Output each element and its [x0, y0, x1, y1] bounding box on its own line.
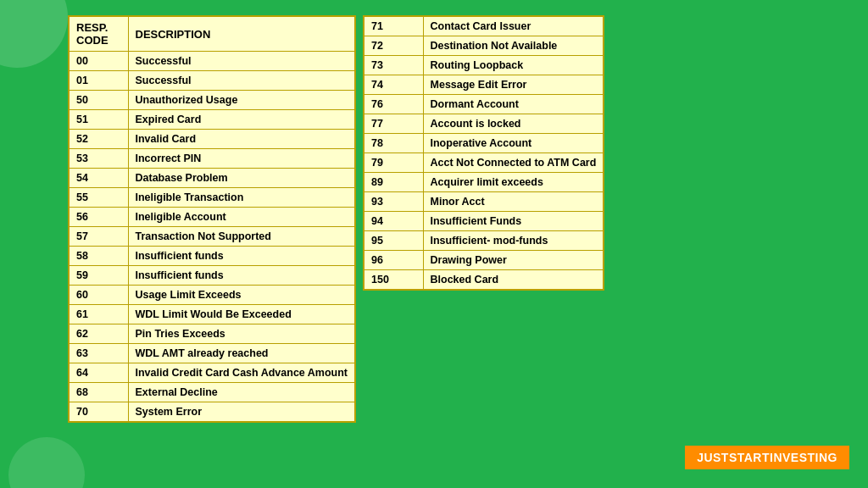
left-header-desc: DESCRIPTION [128, 16, 355, 52]
table-cell: Insufficient Funds [423, 212, 604, 231]
table-cell: Routing Loopback [423, 56, 604, 75]
table-cell: Acct Not Connected to ATM Card [423, 153, 604, 173]
table-cell: Unauthorized Usage [128, 91, 355, 110]
table-cell: 51 [69, 110, 128, 130]
table-row: 53Incorrect PIN [69, 149, 355, 169]
table-row: 96Drawing Power [364, 251, 604, 270]
table-cell: 77 [364, 114, 423, 134]
table-cell: 78 [364, 134, 423, 153]
table-cell: Expired Card [128, 110, 355, 130]
table-cell: 63 [69, 344, 128, 363]
table-cell: 01 [69, 71, 128, 91]
table-cell: 76 [364, 95, 423, 114]
table-cell: Acquirer limit exceeds [423, 173, 604, 192]
table-cell: Insufficient- mod-funds [423, 231, 604, 251]
table-cell: 56 [69, 208, 128, 227]
table-cell: 150 [364, 270, 423, 291]
table-cell: 54 [69, 169, 128, 188]
table-row: 00Successful [69, 52, 355, 71]
table-cell: 93 [364, 192, 423, 212]
table-row: 58Insufficient funds [69, 247, 355, 266]
table-row: 77Account is locked [364, 114, 604, 134]
table-cell: Successful [128, 71, 355, 91]
table-cell: Destination Not Available [423, 36, 604, 56]
table-row: 94Insufficient Funds [364, 212, 604, 231]
table-cell: 00 [69, 52, 128, 71]
table-cell: 59 [69, 266, 128, 286]
table-row: 93Minor Acct [364, 192, 604, 212]
table-row: 61WDL Limit Would Be Exceeded [69, 305, 355, 324]
table-cell: 79 [364, 153, 423, 173]
table-cell: 89 [364, 173, 423, 192]
table-row: 95Insufficient- mod-funds [364, 231, 604, 251]
table-row: 63WDL AMT already reached [69, 344, 355, 363]
table-cell: Account is locked [423, 114, 604, 134]
table-cell: Contact Card Issuer [423, 16, 604, 36]
table-cell: WDL Limit Would Be Exceeded [128, 305, 355, 324]
table-cell: 94 [364, 212, 423, 231]
table-cell: Insufficient funds [128, 247, 355, 266]
table-cell: 96 [364, 251, 423, 270]
table-row: 73Routing Loopback [364, 56, 604, 75]
table-cell: Invalid Card [128, 130, 355, 149]
table-cell: 53 [69, 149, 128, 169]
table-cell: 74 [364, 75, 423, 95]
table-row: 01Successful [69, 71, 355, 91]
table-cell: Successful [128, 52, 355, 71]
table-cell: 57 [69, 227, 128, 247]
table-cell: Transaction Not Supported [128, 227, 355, 247]
table-row: 64Invalid Credit Card Cash Advance Amoun… [69, 363, 355, 383]
table-row: 71Contact Card Issuer [364, 16, 604, 36]
table-row: 57Transaction Not Supported [69, 227, 355, 247]
main-container: RESP. CODE DESCRIPTION 00Successful01Suc… [68, 15, 851, 471]
table-cell: 64 [69, 363, 128, 383]
table-row: 56Ineligible Account [69, 208, 355, 227]
table-row: 55Ineligible Transaction [69, 188, 355, 208]
table-cell: 95 [364, 231, 423, 251]
table-cell: Ineligible Transaction [128, 188, 355, 208]
table-row: 74Message Edit Error [364, 75, 604, 95]
table-row: 51Expired Card [69, 110, 355, 130]
table-row: 70System Error [69, 402, 355, 423]
table-row: 59Insufficient funds [69, 266, 355, 286]
table-cell: 72 [364, 36, 423, 56]
table-cell: Ineligible Account [128, 208, 355, 227]
table-cell: 60 [69, 286, 128, 305]
table-row: 62Pin Tries Exceeds [69, 324, 355, 344]
right-table: 71Contact Card Issuer72Destination Not A… [363, 15, 604, 291]
table-cell: Usage Limit Exceeds [128, 286, 355, 305]
table-cell: Dormant Account [423, 95, 604, 114]
table-cell: WDL AMT already reached [128, 344, 355, 363]
table-cell: System Error [128, 402, 355, 423]
table-cell: 71 [364, 16, 423, 36]
table-row: 78Inoperative Account [364, 134, 604, 153]
table-row: 50Unauthorized Usage [69, 91, 355, 110]
table-cell: 68 [69, 383, 128, 402]
table-row: 54Database Problem [69, 169, 355, 188]
table-row: 79Acct Not Connected to ATM Card [364, 153, 604, 173]
table-cell: Insufficient funds [128, 266, 355, 286]
table-cell: Drawing Power [423, 251, 604, 270]
left-header-code: RESP. CODE [69, 16, 128, 52]
table-row: 72Destination Not Available [364, 36, 604, 56]
table-cell: 52 [69, 130, 128, 149]
table-cell: 62 [69, 324, 128, 344]
table-cell: 73 [364, 56, 423, 75]
table-cell: Minor Acct [423, 192, 604, 212]
table-cell: Invalid Credit Card Cash Advance Amount [128, 363, 355, 383]
table-cell: Incorrect PIN [128, 149, 355, 169]
table-cell: 55 [69, 188, 128, 208]
table-row: 89Acquirer limit exceeds [364, 173, 604, 192]
table-cell: Blocked Card [423, 270, 604, 291]
left-table: RESP. CODE DESCRIPTION 00Successful01Suc… [68, 15, 356, 423]
table-cell: 58 [69, 247, 128, 266]
table-cell: External Decline [128, 383, 355, 402]
table-cell: 70 [69, 402, 128, 423]
table-cell: Pin Tries Exceeds [128, 324, 355, 344]
table-cell: Inoperative Account [423, 134, 604, 153]
table-row: 150Blocked Card [364, 270, 604, 291]
table-cell: Database Problem [128, 169, 355, 188]
decorative-circle-tl [0, 0, 68, 68]
table-cell: Message Edit Error [423, 75, 604, 95]
table-row: 76Dormant Account [364, 95, 604, 114]
